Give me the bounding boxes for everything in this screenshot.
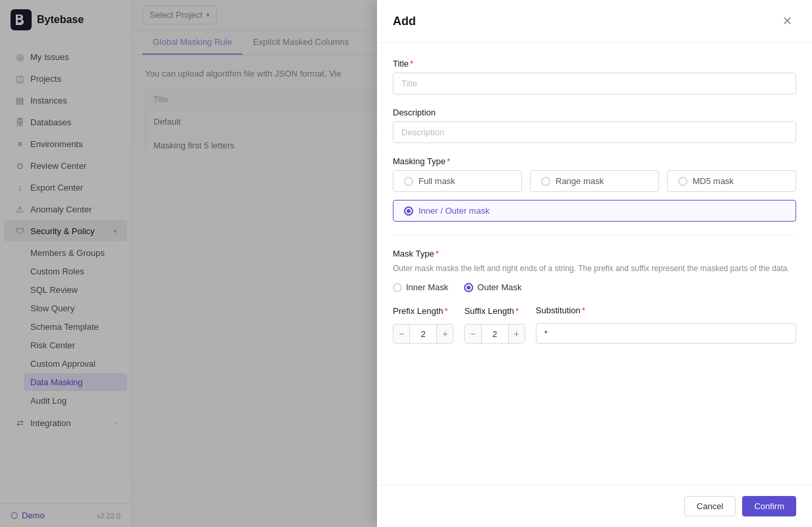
suffix-required-star: *: [515, 306, 519, 316]
mask-type-label: Mask Type *: [393, 249, 796, 259]
dialog-header: Add ✕: [377, 0, 812, 43]
section-divider: [393, 235, 796, 235]
dialog-title: Add: [393, 15, 416, 28]
suffix-length-group: Suffix Length * − 2 +: [464, 306, 525, 344]
modal-overlay: Add ✕ Title * Description: [0, 0, 812, 527]
substitution-input[interactable]: [536, 323, 796, 344]
md5-mask-option[interactable]: MD5 mask: [667, 170, 796, 192]
prefix-length-value: 2: [410, 325, 436, 343]
inner-mask-option[interactable]: Inner Mask: [393, 282, 448, 292]
title-label: Title *: [393, 59, 796, 69]
full-mask-label: Full mask: [419, 176, 455, 186]
inner-outer-mask-label: Inner / Outer mask: [419, 206, 490, 216]
dialog-body: Title * Description Masking Type *: [377, 43, 812, 485]
description-label: Description: [393, 108, 796, 117]
full-mask-radio: [404, 177, 413, 186]
title-input[interactable]: [393, 73, 796, 94]
mask-type-description: Outer mask masks the left and right ends…: [393, 263, 796, 274]
prefix-increment-button[interactable]: +: [436, 325, 453, 343]
description-input[interactable]: [393, 121, 796, 143]
masking-type-options: Full mask Range mask MD5 mask: [393, 170, 796, 192]
inner-outer-options: Inner Mask Outer Mask: [393, 282, 796, 292]
prefix-length-label: Prefix Length *: [393, 306, 453, 316]
mask-type-required-star: *: [436, 249, 439, 259]
dialog-footer: Cancel Confirm: [377, 485, 812, 527]
full-mask-option[interactable]: Full mask: [393, 170, 522, 192]
suffix-length-input-row: − 2 +: [464, 324, 525, 344]
outer-mask-label: Outer Mask: [477, 282, 521, 292]
substitution-label: Substitution *: [536, 305, 796, 315]
suffix-decrement-button[interactable]: −: [465, 325, 481, 343]
title-required-star: *: [410, 59, 413, 69]
confirm-button[interactable]: Confirm: [742, 496, 796, 516]
inner-outer-mask-option[interactable]: Inner / Outer mask: [393, 200, 796, 222]
inner-outer-mask-radio: [404, 206, 413, 216]
inner-mask-label: Inner Mask: [406, 282, 448, 292]
range-mask-label: Range mask: [556, 176, 604, 186]
close-dialog-button[interactable]: ✕: [778, 12, 796, 30]
md5-mask-radio: [678, 177, 687, 186]
mask-type-form-group: Mask Type * Outer mask masks the left an…: [393, 249, 796, 292]
suffix-length-value: 2: [482, 325, 508, 343]
cancel-button[interactable]: Cancel: [684, 496, 736, 516]
prefix-length-group: Prefix Length * − 2 +: [393, 306, 453, 344]
range-mask-option[interactable]: Range mask: [530, 170, 659, 192]
masking-type-label: Masking Type *: [393, 156, 796, 166]
prefix-required-star: *: [445, 306, 448, 316]
description-form-group: Description: [393, 108, 796, 143]
substitution-required-star: *: [582, 305, 585, 315]
inner-mask-radio: [393, 283, 402, 292]
prefix-decrement-button[interactable]: −: [393, 325, 410, 343]
title-form-group: Title *: [393, 59, 796, 94]
masking-type-options-row2: Inner / Outer mask: [393, 200, 796, 222]
masking-type-required-star: *: [447, 156, 450, 166]
suffix-increment-button[interactable]: +: [508, 325, 525, 343]
substitution-group: Substitution *: [536, 305, 796, 344]
md5-mask-label: MD5 mask: [693, 176, 734, 186]
length-form-group: Prefix Length * − 2 + Suffix Length *: [393, 305, 796, 344]
length-row: Prefix Length * − 2 + Suffix Length *: [393, 305, 796, 344]
range-mask-radio: [541, 177, 550, 186]
outer-mask-radio: [464, 283, 473, 292]
outer-mask-option[interactable]: Outer Mask: [464, 282, 521, 292]
masking-type-form-group: Masking Type * Full mask Range mask MD5 …: [393, 156, 796, 222]
add-masking-dialog: Add ✕ Title * Description: [377, 0, 812, 527]
prefix-length-input-row: − 2 +: [393, 324, 453, 344]
suffix-length-label: Suffix Length *: [464, 306, 525, 316]
